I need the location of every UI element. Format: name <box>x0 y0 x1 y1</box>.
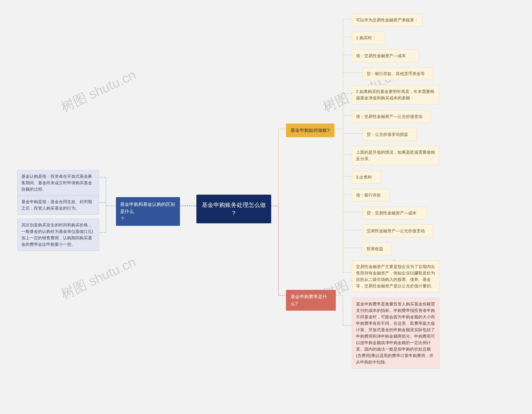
leaf-acc-13: 投资收益 <box>363 242 392 255</box>
leaf-acc-3: 借：交易性金融资产—成本 <box>352 49 418 62</box>
leaf-fee-1: 基金申购费率是衡量投资人购买基金份额需支付的成本的指标。申购费率指投资者申购不同… <box>352 298 439 368</box>
root-node: 基金申购账务处理怎么做 ？ <box>196 195 271 223</box>
leaf-acc-7: 贷：公允价值变动损益 <box>363 128 417 141</box>
branch-difference-text-2: ？ <box>120 215 176 222</box>
leaf-acc-12: 交易性金融资产—公允价值变动 <box>363 225 433 237</box>
watermark: 树图 shutu.cn <box>58 66 139 116</box>
leaf-acc-5: 2.如果购买的基金要明年再卖，年末需要根据基金净值和购买成本的差额： <box>352 85 439 104</box>
leaf-acc-2: 1.购买时： <box>352 32 385 44</box>
leaf-acc-6: 借：交易性金融资产—公允价值变动 <box>352 110 431 123</box>
root-text-1: 基金申购账务处理怎么做 <box>202 201 266 209</box>
branch-difference-text-1: 基金申购和基金认购的区别是什么 <box>120 201 176 215</box>
leaf-acc-9: 3.出售时 <box>352 171 381 183</box>
root-text-2: ？ <box>202 209 266 217</box>
leaf-acc-11: 贷：交易性金融资产—成本 <box>363 207 427 219</box>
leaf-acc-8: 上面的是升值的情况，如果是贬值需要做相反分录。 <box>352 146 439 165</box>
leaf-diff-1: 基金认购是指：投资者在开放式基金募集期间、基金尚未成立时申请购买基金份额的过程。 <box>18 170 99 196</box>
leaf-acc-1: 可以作为交易性金融资产来核算： <box>352 14 423 26</box>
leaf-diff-2: 基金申购是指：基金合同生效、封闭期之后，投资人购买基金的行为。 <box>18 195 99 215</box>
branch-feerate: 基金申购费率是什么? <box>286 290 336 311</box>
watermark: 树图 shutu.cn <box>58 253 139 303</box>
branch-difference: 基金申购和基金认购的区别是什么 ？ <box>116 197 180 226</box>
leaf-acc-14: 交易性金融资产主要是指企业为了近期内出售而持有金融资产，例如企业以赚取差价为目的… <box>352 260 439 292</box>
leaf-acc-4: 贷：银行存款、其他货币资金等 <box>363 67 433 80</box>
leaf-diff-3: 其区别是购买发生的时间和购买价格，一般基金的认购价为基金单位面值(1元)加上一定… <box>18 219 99 251</box>
branch-accounting: 基金申购如何做账? <box>286 124 334 137</box>
leaf-acc-10: 借：银行存款 <box>352 189 390 202</box>
